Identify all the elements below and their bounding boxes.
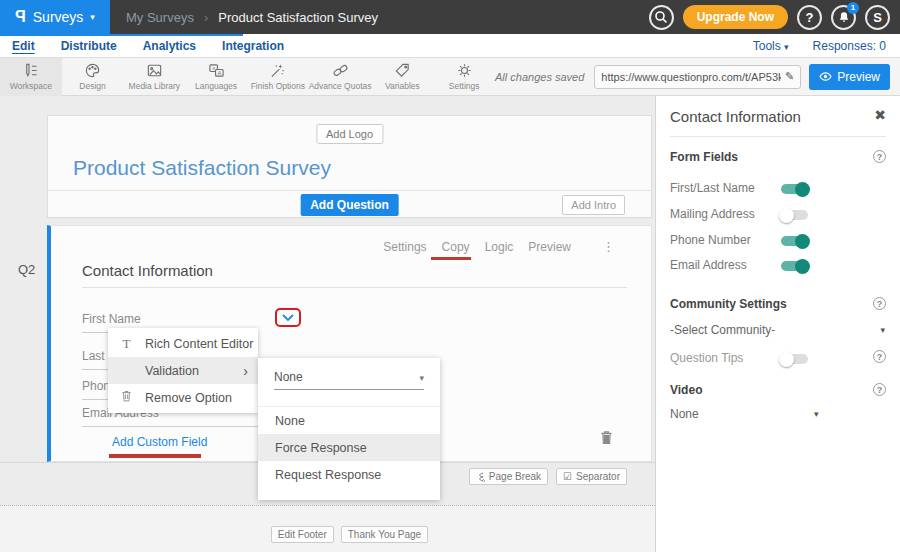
close-icon[interactable]: ✖ — [874, 107, 886, 123]
add-question-button[interactable]: Add Question — [300, 194, 399, 216]
video-heading: Video — [670, 383, 702, 397]
chevron-down-icon[interactable]: ▾ — [880, 325, 885, 335]
survey-header-card: Add Logo Product Satisfaction Survey Add… — [47, 115, 652, 218]
form-fields-heading: Form Fields — [670, 150, 738, 164]
chevron-down-icon: ▾ — [419, 373, 424, 383]
notification-badge: 1 — [847, 2, 859, 14]
preview-button[interactable]: Preview — [809, 64, 890, 90]
svg-text:A: A — [217, 70, 221, 76]
save-status: All changes saved — [495, 71, 594, 83]
question-logic-link[interactable]: Logic — [485, 240, 514, 254]
page-controls: Page Break ☑ Separator — [469, 468, 627, 485]
toolbar-finish-options-button[interactable]: Finish Options — [247, 58, 309, 96]
search-button[interactable] — [649, 5, 674, 30]
toolbar-variables-button[interactable]: Variables — [372, 58, 434, 96]
menu-item-rich-content-editor[interactable]: T Rich Content Editor — [108, 330, 258, 357]
tab-edit[interactable]: Edit — [12, 39, 35, 53]
validation-option-none[interactable]: None — [258, 407, 440, 434]
nav-tabs: Edit Distribute Analytics Integration — [0, 39, 284, 53]
question-settings-panel: Contact Information ✖ Form Fields ? Firs… — [655, 96, 900, 552]
upgrade-now-button[interactable]: Upgrade Now — [683, 5, 788, 29]
survey-footer-area: Edit Footer Thank You Page — [0, 505, 655, 552]
chain-links-icon — [332, 62, 349, 79]
page-break-button[interactable]: Page Break — [469, 468, 548, 485]
toolbar-workspace-button[interactable]: Workspace — [0, 58, 62, 96]
svg-text:x: x — [212, 65, 215, 71]
help-button[interactable]: ? — [797, 5, 822, 30]
text-editor-icon: T — [108, 336, 145, 352]
menu-item-validation[interactable]: Validation › — [108, 357, 258, 384]
question-more-menu-icon[interactable]: ⋮ — [602, 239, 615, 254]
tab-distribute[interactable]: Distribute — [61, 39, 117, 53]
toggle-question-tips[interactable] — [781, 354, 808, 364]
workspace-icon — [22, 62, 39, 79]
menu-item-remove-option[interactable]: Remove Option — [108, 384, 258, 411]
question-preview-link[interactable]: Preview — [528, 240, 571, 254]
edit-footer-button[interactable]: Edit Footer — [271, 526, 334, 543]
field-context-menu: T Rich Content Editor Validation › Remov… — [108, 328, 258, 413]
delete-question-button[interactable] — [600, 430, 613, 449]
validation-option-force-response[interactable]: Force Response — [258, 434, 440, 461]
toolbar-settings-button[interactable]: Settings — [433, 58, 495, 96]
chevron-down-icon[interactable] — [282, 314, 294, 322]
toggle-label-first-last-name: First/Last Name — [670, 181, 755, 195]
video-help-icon[interactable]: ? — [873, 383, 886, 396]
editor-toolbar: Workspace Design Media Library xA Langua… — [0, 58, 900, 96]
community-settings-help-icon[interactable]: ? — [873, 297, 886, 310]
survey-canvas: Add Logo Product Satisfaction Survey Add… — [0, 96, 655, 552]
notifications-button[interactable]: 1 — [831, 5, 856, 30]
validation-select[interactable]: None ▾ — [274, 370, 424, 390]
toolbar-languages-button[interactable]: xA Languages — [185, 58, 247, 96]
add-intro-button[interactable]: Add Intro — [562, 195, 625, 215]
survey-title: Product Satisfaction Survey — [73, 156, 331, 180]
select-community-dropdown[interactable]: -Select Community- — [670, 323, 775, 337]
video-dropdown[interactable]: None — [670, 407, 699, 421]
form-fields-help-icon[interactable]: ? — [873, 150, 886, 163]
question-mark-icon: ? — [806, 10, 814, 25]
trash-icon — [108, 390, 145, 405]
toggle-label-email-address: Email Address — [670, 258, 747, 272]
search-icon — [653, 9, 669, 25]
responses-count[interactable]: Responses: 0 — [813, 39, 886, 53]
settings-annotation-underline — [431, 257, 471, 260]
toolbar-advance-quotas-button[interactable]: Advance Quotas — [309, 58, 372, 96]
edit-url-icon[interactable]: ✎ — [785, 70, 794, 83]
checkbox-icon: ☑ — [563, 471, 572, 482]
question-actions: Settings Copy Logic Preview ⋮ — [383, 239, 615, 254]
avatar[interactable]: S — [865, 5, 890, 30]
nav-right: Tools ▾ Responses: 0 — [753, 39, 900, 53]
question-number: Q2 — [18, 262, 35, 277]
validation-panel: None ▾ None Force Response Request Respo… — [258, 358, 440, 500]
survey-url: https://www.questionpro.com/t/AP53kZgUI — [601, 71, 781, 83]
toggle-label-question-tips: Question Tips — [670, 351, 743, 365]
panel-divider — [670, 136, 886, 137]
tab-integration[interactable]: Integration — [222, 39, 284, 53]
add-logo-button[interactable]: Add Logo — [316, 124, 383, 144]
field-options-annotation-box — [275, 308, 301, 327]
toggle-email-address[interactable] — [781, 261, 808, 271]
image-icon — [146, 62, 163, 79]
toolbar-design-button[interactable]: Design — [62, 58, 124, 96]
thank-you-page-button[interactable]: Thank You Page — [341, 526, 428, 543]
top-bar-actions: Upgrade Now ? 1 S — [649, 5, 900, 30]
toggle-first-last-name[interactable] — [781, 184, 808, 194]
add-custom-field-link[interactable]: Add Custom Field — [112, 435, 207, 449]
surveys-app-menu[interactable]: P Surveys ▾ — [0, 0, 110, 34]
toolbar-media-library-button[interactable]: Media Library — [123, 58, 185, 96]
chevron-down-icon: ▾ — [90, 12, 95, 22]
question-copy-link[interactable]: Copy — [442, 240, 470, 254]
tools-menu[interactable]: Tools ▾ — [753, 39, 789, 53]
toggle-phone-number[interactable] — [781, 236, 808, 246]
question-tips-help-icon[interactable]: ? — [873, 350, 886, 363]
question-settings-link[interactable]: Settings — [383, 240, 426, 254]
separator-button[interactable]: ☑ Separator — [556, 468, 627, 485]
chevron-down-icon[interactable]: ▾ — [814, 409, 819, 419]
panel-title: Contact Information — [670, 108, 801, 125]
tab-analytics[interactable]: Analytics — [143, 39, 196, 53]
validation-option-request-response[interactable]: Request Response — [258, 461, 440, 488]
submenu-arrow-icon: › — [243, 363, 248, 379]
toggle-mailing-address[interactable] — [781, 210, 808, 220]
breadcrumb-my-surveys[interactable]: My Surveys — [126, 10, 194, 25]
survey-url-field[interactable]: https://www.questionpro.com/t/AP53kZgUI … — [594, 65, 801, 89]
gear-icon — [456, 62, 473, 79]
